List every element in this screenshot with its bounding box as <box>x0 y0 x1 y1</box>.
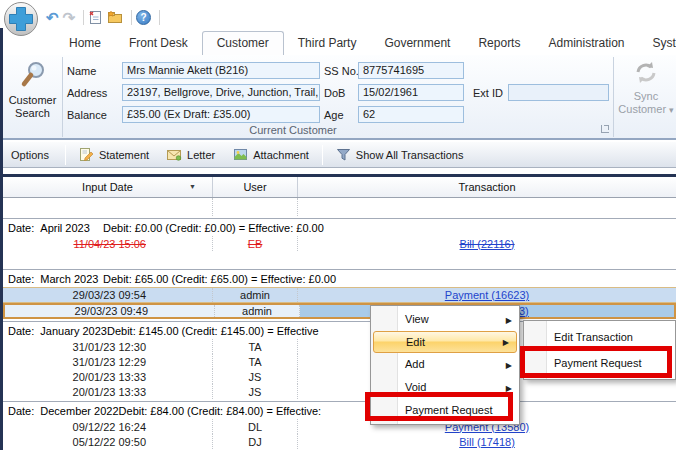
sync-label-line2: Customer <box>618 103 666 115</box>
dob-label: DoB <box>324 87 345 99</box>
tab-administration[interactable]: Administration <box>534 32 638 55</box>
input-date-cell: 31/01/23 12:29 <box>3 354 213 369</box>
table-row[interactable]: 11/04/23 15:06EBBill (22116) <box>3 236 676 251</box>
letter-button[interactable]: Letter <box>158 144 224 166</box>
input-date-cell: 29/03/23 09:54 <box>3 288 213 302</box>
age-field[interactable]: 62 <box>358 106 464 123</box>
dob-field[interactable]: 15/02/1961 <box>358 84 464 101</box>
current-customer-group-caption: Current Customer <box>153 124 433 136</box>
transaction-link[interactable]: Payment (16623) <box>445 289 529 301</box>
tab-government[interactable]: Government <box>370 32 464 55</box>
tab-system[interactable]: System <box>639 32 676 55</box>
ext-id-label: Ext ID <box>473 87 503 99</box>
redo-icon[interactable]: ↷ <box>63 10 76 25</box>
ribbon-separator <box>62 57 63 137</box>
customer-search-label: Customer Search <box>5 94 60 120</box>
tab-customer[interactable]: Customer <box>202 31 284 55</box>
column-header-label: Input Date <box>82 181 133 193</box>
statement-icon <box>79 147 94 162</box>
submenu-arrow-icon: ▶ <box>506 309 512 332</box>
balance-label: Balance <box>67 109 107 121</box>
ribbon-tab-bar: HomeFront DeskCustomerThird PartyGovernm… <box>55 31 676 55</box>
undo-icon[interactable]: ↶ <box>46 10 59 25</box>
table-row[interactable]: 05/12/22 09:50DJBill (17418) <box>3 434 676 449</box>
show-all-transactions-button[interactable]: Show All Transactions <box>327 144 473 166</box>
tab-home[interactable]: Home <box>55 32 115 55</box>
annotation-box-payment-request-submenu <box>520 346 672 378</box>
ss-no-field[interactable]: 8775741695 <box>358 62 464 79</box>
sort-descending-icon: ▼ <box>189 183 196 190</box>
ribbon-separator <box>613 57 614 137</box>
user-cell: admin <box>213 288 298 302</box>
attachment-icon <box>233 148 248 161</box>
table-row[interactable]: 29/03/23 09:54adminPayment (16623) <box>3 287 676 303</box>
table-row[interactable]: 20/01/23 13:33JS <box>3 384 676 399</box>
input-date-cell: 11/04/23 15:06 <box>3 236 213 251</box>
group-date-prefix: Date: <box>8 273 34 285</box>
table-row[interactable]: 29/03/23 09:49admin3) <box>3 303 676 319</box>
user-cell: TA <box>213 354 298 369</box>
application-menu-button[interactable] <box>3 1 39 37</box>
group-date-prefix: Date: <box>8 405 34 417</box>
table-row[interactable]: 09/12/22 16:24DLPayment (13580) <box>3 419 676 434</box>
user-cell: JS <box>213 384 298 399</box>
tab-front-desk[interactable]: Front Desk <box>115 32 202 55</box>
filter-button-container: Show All Transactions <box>327 144 473 166</box>
dialog-launcher-icon[interactable] <box>601 125 609 133</box>
address-field[interactable]: 23197, Bellgrove, Drive, Junction, Trail… <box>122 84 320 101</box>
column-header-user[interactable]: User <box>213 177 298 197</box>
menu-item-edit[interactable]: Edit▶ <box>373 331 517 353</box>
application-window: ↶ ↷ ? HomeFront DeskCustomerThird PartyG… <box>0 0 676 450</box>
transaction-link-partial[interactable]: 3) <box>519 305 529 317</box>
user-cell: JS <box>213 369 298 384</box>
column-header-transaction[interactable]: Transaction <box>298 177 676 197</box>
group-date: Date:January 2023 <box>8 325 107 337</box>
balance-field[interactable]: £35.00 (Ex Draft: £35.00) <box>122 106 320 123</box>
column-header-label: User <box>243 181 266 193</box>
column-header-input-date[interactable]: Input Date ▼ <box>3 177 213 197</box>
options-label[interactable]: Options <box>3 149 61 161</box>
folder-favorite-icon[interactable] <box>107 10 123 25</box>
sync-customer-button[interactable]: Sync Customer ▾ <box>615 58 676 136</box>
transaction-cell: Bill (17418) <box>298 434 676 449</box>
transaction-cell: Payment (16623) <box>298 288 676 302</box>
name-field[interactable]: Mrs Mannie Akett (B216) <box>122 62 320 79</box>
tab-third-party[interactable]: Third Party <box>284 32 371 55</box>
input-date-cell: 20/01/23 13:33 <box>3 384 213 399</box>
group-summary: Debit: £0.00 (Credit: £0.00) = Effective… <box>103 222 324 234</box>
annotation-box-payment-request <box>365 392 513 421</box>
transaction-cell: Bill (22116) <box>298 236 676 251</box>
transaction-link[interactable]: Bill (22116) <box>460 238 515 250</box>
help-icon[interactable]: ? <box>136 10 151 25</box>
statement-label: Statement <box>99 149 149 161</box>
sync-arrows-icon <box>631 59 661 87</box>
input-date-cell: 31/01/23 12:30 <box>3 339 213 354</box>
ss-no-label: SS No. <box>324 65 359 77</box>
toolbar-separator <box>83 10 84 25</box>
toolbar-buttons: StatementLetterAttachment <box>70 144 318 166</box>
transaction-link[interactable]: Bill (17418) <box>459 436 515 448</box>
statement-button[interactable]: Statement <box>70 144 158 166</box>
ext-id-field[interactable] <box>508 84 609 101</box>
tab-reports[interactable]: Reports <box>464 32 534 55</box>
name-label: Name <box>67 65 96 77</box>
window-left-border <box>0 28 3 450</box>
group-date-prefix: Date: <box>8 222 34 234</box>
group-date: Date:December 2022 <box>8 405 119 417</box>
group-summary: Debit: £65.00 (Credit: £65.00) = Effecti… <box>103 273 336 285</box>
grid-header: Input Date ▼ User Transaction <box>3 177 676 198</box>
chevron-down-icon: ▾ <box>669 105 674 115</box>
input-date-cell: 29/03/23 09:49 <box>5 305 215 317</box>
menu-item-add[interactable]: Add▶ <box>371 353 519 376</box>
group-row-december-2022: Date:December 2022Debit: £84.00 (Credit:… <box>3 401 676 419</box>
attachment-button[interactable]: Attachment <box>224 144 318 166</box>
user-cell: admin <box>215 305 300 317</box>
letter-icon <box>167 148 182 161</box>
submenu-arrow-icon: ▶ <box>503 333 509 353</box>
customer-search-button[interactable]: Customer Search <box>5 58 60 136</box>
menu-item-view[interactable]: View▶ <box>371 308 519 331</box>
blank-row <box>3 251 676 267</box>
quick-access-toolbar: ↶ ↷ ? <box>46 7 164 27</box>
form-new-icon[interactable] <box>88 10 103 25</box>
toolbar-separator <box>322 145 323 165</box>
